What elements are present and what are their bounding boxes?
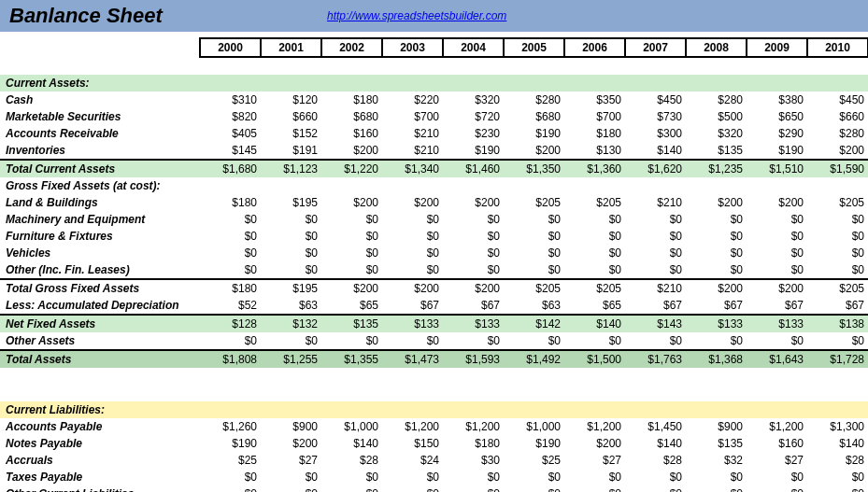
- row-label: Total Current Assets: [0, 160, 200, 177]
- cell: $24: [382, 452, 443, 469]
- cell: $500: [686, 108, 747, 125]
- table-row: Marketable Securities$820$660$680$700$72…: [0, 108, 868, 125]
- cell: $1,255: [261, 350, 321, 368]
- cell: $180: [321, 91, 382, 108]
- cell: $0: [443, 332, 504, 350]
- row-label: Furniture & Fixtures: [0, 228, 200, 245]
- cell: $1,593: [443, 350, 504, 368]
- cell: $67: [686, 297, 747, 315]
- table-row: [0, 385, 868, 401]
- table-row: Machinery and Equipment$0$0$0$0$0$0$0$0$…: [0, 211, 868, 228]
- cell: $0: [504, 485, 564, 492]
- cell: $0: [625, 332, 686, 350]
- cell: $160: [747, 435, 807, 452]
- cell: $1,200: [382, 418, 443, 435]
- cell: $67: [747, 297, 807, 315]
- cell: $133: [443, 315, 504, 332]
- cell: $0: [200, 245, 261, 261]
- cell: $205: [807, 279, 868, 297]
- cell: $138: [807, 315, 868, 332]
- cell: $0: [504, 469, 564, 485]
- cell: $1,620: [625, 160, 686, 177]
- table-row: Furniture & Fixtures$0$0$0$0$0$0$0$0$0$0…: [0, 228, 868, 245]
- row-label: Net Fixed Assets: [0, 315, 200, 332]
- cell: $27: [747, 452, 807, 469]
- cell: $1,680: [200, 160, 261, 177]
- cell: $730: [625, 108, 686, 125]
- cell: $0: [807, 245, 868, 261]
- cell: $210: [625, 194, 686, 211]
- cell: $67: [382, 297, 443, 315]
- cell: $0: [807, 211, 868, 228]
- cell: $205: [564, 279, 625, 297]
- cell: $0: [686, 228, 747, 245]
- year-header: 2005: [504, 38, 564, 57]
- cell: $0: [747, 211, 807, 228]
- cell: $120: [261, 91, 321, 108]
- cell: $1,200: [564, 418, 625, 435]
- cell: $0: [200, 228, 261, 245]
- cell: $200: [321, 142, 382, 160]
- cell: $27: [564, 452, 625, 469]
- cell: $0: [261, 469, 321, 485]
- cell: $0: [564, 469, 625, 485]
- cell: $1,510: [747, 160, 807, 177]
- year-header: 2003: [382, 38, 443, 57]
- row-label: Total Gross Fixed Assets: [0, 279, 200, 297]
- cell: $0: [564, 228, 625, 245]
- cell: $190: [504, 125, 564, 142]
- cell: $450: [807, 91, 868, 108]
- table-row: Cash$310$120$180$220$320$280$350$450$280…: [0, 91, 868, 108]
- cell: $191: [261, 142, 321, 160]
- row-label: Machinery and Equipment: [0, 211, 200, 228]
- cell: $0: [200, 469, 261, 485]
- cell: $135: [686, 142, 747, 160]
- cell: $320: [686, 125, 747, 142]
- row-label: Notes Payable: [0, 435, 200, 452]
- cell: $200: [382, 194, 443, 211]
- row-label: Inventories: [0, 142, 200, 160]
- cell: $142: [504, 315, 564, 332]
- row-label: Accounts Receivable: [0, 125, 200, 142]
- cell: $200: [321, 194, 382, 211]
- cell: $0: [504, 245, 564, 261]
- cell: $700: [382, 108, 443, 125]
- cell: $25: [504, 452, 564, 469]
- cell: $210: [382, 142, 443, 160]
- table-row: Gross Fixed Assets (at cost):: [0, 177, 868, 194]
- row-label: Other (Inc. Fin. Leases): [0, 261, 200, 279]
- table-row: Total Gross Fixed Assets$180$195$200$200…: [0, 279, 868, 297]
- cell: $1,728: [807, 350, 868, 368]
- cell: $135: [686, 435, 747, 452]
- cell: $1,220: [321, 160, 382, 177]
- cell: $0: [625, 245, 686, 261]
- cell: $1,200: [443, 418, 504, 435]
- cell: $280: [504, 91, 564, 108]
- row-label: Marketable Securities: [0, 108, 200, 125]
- builder-link[interactable]: http://www.spreadsheetsbuilder.com: [327, 9, 506, 22]
- cell: $1,235: [686, 160, 747, 177]
- table-row: Net Fixed Assets$128$132$135$133$133$142…: [0, 315, 868, 332]
- cell: $0: [686, 469, 747, 485]
- cell: $140: [321, 435, 382, 452]
- cell: $0: [382, 469, 443, 485]
- table-row: Current Liabilities:: [0, 401, 868, 418]
- cell: $0: [443, 228, 504, 245]
- cell: $680: [321, 108, 382, 125]
- cell: $900: [261, 418, 321, 435]
- cell: $0: [564, 211, 625, 228]
- row-label: Gross Fixed Assets (at cost):: [0, 177, 200, 194]
- cell: $220: [382, 91, 443, 108]
- cell: $1,500: [564, 350, 625, 368]
- row-label: Less: Accumulated Depreciation: [0, 297, 200, 315]
- cell: $150: [382, 435, 443, 452]
- cell: $180: [564, 125, 625, 142]
- cell: $67: [443, 297, 504, 315]
- cell: $0: [321, 245, 382, 261]
- cell: $0: [747, 245, 807, 261]
- cell: $200: [382, 279, 443, 297]
- cell: $28: [807, 452, 868, 469]
- cell: $0: [686, 245, 747, 261]
- cell: $65: [321, 297, 382, 315]
- cell: $1,492: [504, 350, 564, 368]
